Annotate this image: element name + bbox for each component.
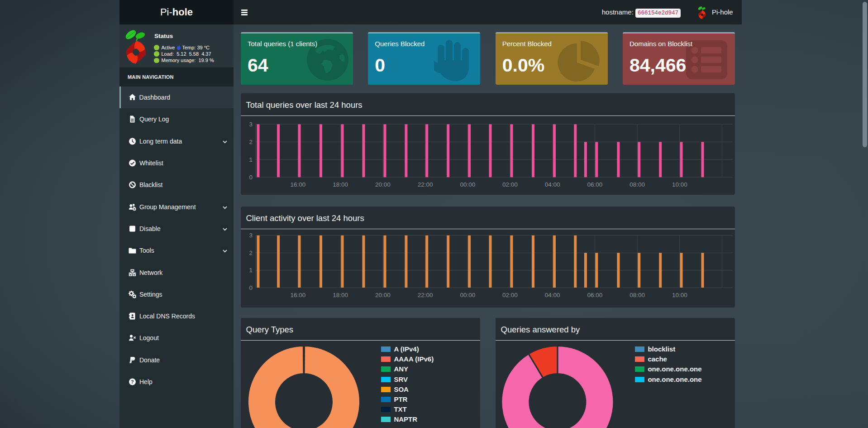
svg-text:20:00: 20:00 xyxy=(375,181,391,188)
svg-text:00:00: 00:00 xyxy=(460,291,475,298)
svg-text:10:00: 10:00 xyxy=(672,181,687,188)
svg-text:0: 0 xyxy=(249,174,253,181)
svg-text:0: 0 xyxy=(249,284,253,291)
svg-text:2: 2 xyxy=(249,249,253,256)
svg-text:06:00: 06:00 xyxy=(587,291,603,298)
svg-text:16:00: 16:00 xyxy=(291,291,306,298)
svg-text:18:00: 18:00 xyxy=(333,181,348,188)
svg-text:18:00: 18:00 xyxy=(333,291,348,298)
svg-text:02:00: 02:00 xyxy=(502,291,518,298)
svg-text:22:00: 22:00 xyxy=(418,291,433,298)
svg-text:08:00: 08:00 xyxy=(630,291,645,298)
svg-text:22:00: 22:00 xyxy=(418,181,433,188)
svg-text:06:00: 06:00 xyxy=(587,181,603,188)
svg-text:?: ? xyxy=(131,379,134,385)
svg-text:08:00: 08:00 xyxy=(630,181,645,188)
svg-text:20:00: 20:00 xyxy=(375,291,391,298)
svg-text:02:00: 02:00 xyxy=(502,181,518,188)
svg-text:10:00: 10:00 xyxy=(672,291,687,298)
svg-text:04:00: 04:00 xyxy=(545,181,560,188)
svg-text:04:00: 04:00 xyxy=(545,291,560,298)
svg-text:1: 1 xyxy=(249,156,253,163)
svg-text:1: 1 xyxy=(249,267,253,274)
svg-text:16:00: 16:00 xyxy=(291,181,306,188)
svg-text:3: 3 xyxy=(249,121,253,128)
svg-text:2: 2 xyxy=(249,139,253,145)
svg-text:3: 3 xyxy=(249,232,253,239)
svg-text:00:00: 00:00 xyxy=(460,181,475,188)
